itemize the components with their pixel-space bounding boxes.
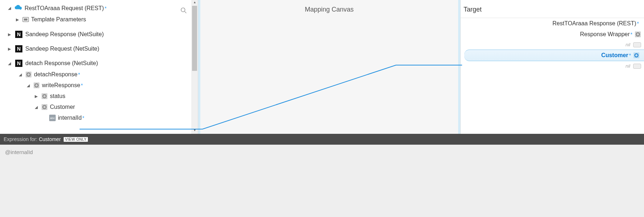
tree-label: internalId	[58, 115, 82, 121]
expression-body[interactable]: @internalId	[0, 145, 644, 217]
scroll-up-icon[interactable]: ▴	[191, 0, 198, 6]
expression-text: @internalId	[5, 149, 33, 155]
target-panel: Target RestTOAraaa Response (REST) * Res…	[460, 0, 644, 134]
cloud-icon	[12, 4, 25, 12]
collapse-icon[interactable]: ◢	[25, 83, 31, 88]
expand-icon[interactable]: ▶	[33, 94, 39, 99]
view-only-badge: VIEW ONLY	[64, 137, 88, 142]
svg-rect-4	[34, 82, 39, 88]
svg-rect-1	[24, 18, 27, 21]
asterisk-icon: *	[82, 115, 84, 121]
nil-label: nil	[626, 63, 630, 69]
tree-node-rest-request[interactable]: ◢ RestTOAraaa Request (REST) *	[0, 2, 198, 14]
object-icon	[41, 104, 48, 110]
tree-node-sandeep-request[interactable]: ▶ N Sandeep Request (NetSuite)	[0, 43, 198, 55]
expand-icon[interactable]: ▶	[7, 32, 12, 37]
tree-label: Customer	[50, 104, 75, 110]
object-icon	[635, 31, 641, 38]
object-icon	[41, 93, 48, 99]
svg-line-11	[185, 12, 187, 13]
target-label: RestTOAraaa Response (REST)	[553, 20, 636, 27]
svg-rect-6	[42, 93, 47, 99]
canvas-title: Mapping Canvas	[200, 0, 458, 19]
object-icon	[33, 82, 40, 89]
tree-node-sandeep-response[interactable]: ▶ N Sandeep Response (NetSuite)	[0, 29, 198, 40]
expand-icon[interactable]: ▶	[14, 17, 20, 22]
nil-label: nil	[626, 42, 630, 47]
param-icon	[22, 16, 29, 23]
netsuite-icon: N	[15, 31, 22, 38]
tree-node-internalid[interactable]: abc internalId *	[0, 112, 198, 123]
target-row-nil-2[interactable]: nil	[461, 61, 644, 71]
asterisk-icon: *	[105, 5, 106, 11]
source-tree: ◢ RestTOAraaa Request (REST) * ▶ Templat…	[0, 0, 198, 125]
tree-label: writeResponse	[42, 82, 80, 89]
tree-label: Sandeep Response (NetSuite)	[25, 31, 104, 38]
tree-label: status	[50, 93, 65, 99]
target-row-response-wrapper[interactable]: Response Wrapper *	[461, 29, 644, 40]
search-icon[interactable]	[180, 7, 187, 15]
svg-point-10	[181, 8, 185, 12]
scrollbar-thumb[interactable]	[192, 6, 197, 71]
object-icon	[633, 52, 640, 59]
tree-label: detachResponse	[34, 71, 77, 78]
asterisk-icon: *	[637, 21, 639, 26]
expression-prefix: Expression for:	[4, 136, 37, 142]
expression-header: Expression for: Customer VIEW ONLY	[0, 134, 644, 145]
collapse-icon[interactable]: ◢	[7, 6, 12, 10]
object-icon	[25, 71, 32, 78]
pill-icon	[633, 64, 641, 69]
tree-label: Template Parameters	[31, 16, 86, 23]
asterisk-icon: *	[629, 52, 631, 58]
string-type-icon: abc	[49, 115, 56, 121]
target-label: Response Wrapper	[580, 31, 630, 38]
collapse-icon[interactable]: ◢	[17, 72, 23, 77]
tree-node-detach-response[interactable]: ◢ N detach Response (NetSuite)	[0, 58, 198, 69]
svg-rect-12	[635, 31, 641, 37]
target-label: Customer	[601, 52, 628, 59]
tree-label: RestTOAraaa Request (REST)	[25, 5, 104, 12]
mapping-canvas[interactable]: Mapping Canvas	[198, 0, 460, 134]
source-panel: ◢ RestTOAraaa Request (REST) * ▶ Templat…	[0, 0, 198, 134]
target-row-nil-1[interactable]: nil	[461, 40, 644, 50]
asterisk-icon: *	[631, 31, 632, 37]
asterisk-icon: *	[78, 72, 80, 77]
tree-label: Sandeep Request (NetSuite)	[25, 46, 99, 52]
svg-rect-8	[42, 104, 47, 110]
target-row-customer[interactable]: Customer *	[464, 50, 644, 61]
tree-node-detachresponse[interactable]: ◢ detachResponse *	[0, 69, 198, 80]
pill-icon	[633, 42, 641, 47]
expand-icon[interactable]: ▶	[7, 47, 12, 51]
netsuite-icon: N	[15, 60, 22, 67]
tree-node-template-params[interactable]: ▶ Template Parameters	[0, 14, 198, 25]
scroll-down-icon[interactable]: ▾	[191, 128, 198, 134]
collapse-icon[interactable]: ◢	[33, 105, 39, 110]
netsuite-icon: N	[15, 45, 22, 52]
target-row-rest-response[interactable]: RestTOAraaa Response (REST) *	[461, 18, 644, 29]
source-scrollbar[interactable]: ▴ ▾	[191, 0, 198, 134]
expression-field: Customer	[39, 136, 61, 142]
collapse-icon[interactable]: ◢	[7, 61, 12, 66]
tree-node-writeresponse[interactable]: ◢ writeResponse *	[0, 80, 198, 91]
tree-label: detach Response (NetSuite)	[25, 60, 98, 67]
target-header: Target	[461, 0, 644, 18]
tree-node-customer-source[interactable]: ◢ Customer	[0, 102, 198, 112]
svg-rect-14	[634, 52, 639, 58]
main-area: ◢ RestTOAraaa Request (REST) * ▶ Templat…	[0, 0, 644, 134]
tree-node-status[interactable]: ▶ status	[0, 91, 198, 102]
svg-rect-2	[26, 72, 31, 77]
asterisk-icon: *	[81, 82, 83, 88]
